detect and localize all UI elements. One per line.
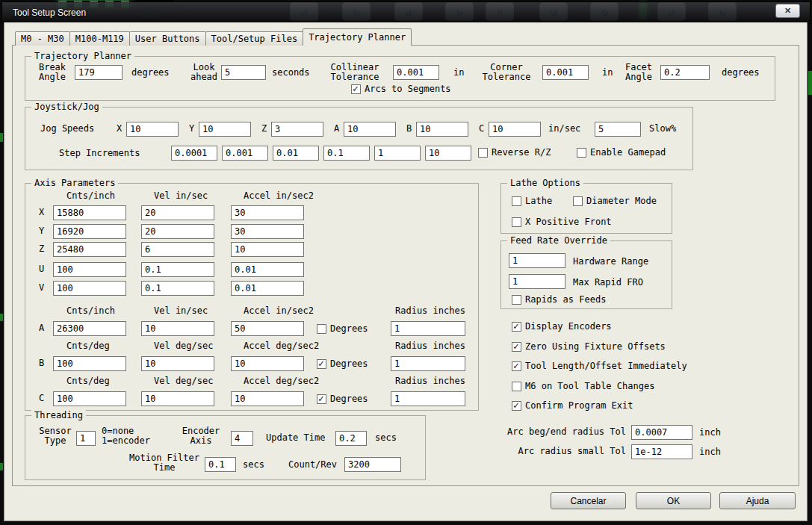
background-fragment — [0, 133, 3, 142]
axis-v-accel-input[interactable] — [231, 281, 304, 296]
window-titlebar[interactable]: Tool Setup Screen — [1, 1, 811, 22]
step-increments-label: Step Increments — [59, 149, 140, 158]
update-time-input[interactable] — [335, 431, 367, 446]
jog-speed-a-input[interactable] — [344, 122, 396, 137]
axis-a-cnts-input[interactable] — [53, 321, 126, 336]
tab-tool-setup-files[interactable]: Tool/Setup Files — [205, 31, 304, 46]
axis-b-degrees-checkbox[interactable]: Degrees — [317, 358, 368, 369]
zero-using-fixture-offsets-checkbox[interactable]: Zero Using Fixture Offsets — [512, 341, 666, 352]
axis-b-accel-input[interactable] — [231, 356, 304, 371]
step-increment-2-input[interactable] — [222, 146, 268, 161]
sensor-type-input[interactable] — [76, 431, 96, 446]
cancel-button[interactable]: Cancelar — [551, 492, 626, 509]
arcs-to-segments-checkbox[interactable]: Arcs to Segments — [351, 84, 451, 94]
axis-a-degrees-checkbox[interactable]: Degrees — [317, 323, 368, 334]
axis-y-cnts-input[interactable] — [53, 224, 126, 239]
jog-speed-z-input[interactable] — [271, 122, 323, 137]
look-ahead-label: Look ahead — [187, 63, 221, 82]
background-fragment — [808, 71, 812, 95]
axis-parameters-group: Axis Parameters Cnts/inch Vel in/sec Acc… — [25, 183, 479, 411]
jog-speed-c-input[interactable] — [489, 122, 541, 137]
axis-z-accel-input[interactable] — [231, 242, 304, 257]
axis-a-accel-input[interactable] — [231, 321, 304, 336]
axis-c-accel-input[interactable] — [231, 391, 304, 406]
threading-group: Threading Sensor Type 0=none 1=encoder E… — [25, 415, 426, 480]
background-fragment — [0, 463, 3, 470]
tab-m0-m30[interactable]: M0 - M30 — [15, 31, 70, 46]
axis-x-vel-input[interactable] — [141, 205, 214, 220]
axis-v-vel-input[interactable] — [141, 281, 214, 296]
rapids-as-feeds-checkbox[interactable]: Rapids as Feeds — [512, 294, 606, 305]
jog-speed-y-input[interactable] — [199, 122, 251, 137]
confirm-program-exit-checkbox[interactable]: Confirm Program Exit — [512, 400, 633, 411]
axis-b-vel-input[interactable] — [141, 356, 214, 371]
break-angle-input[interactable] — [75, 65, 123, 80]
axis-y-label: Y — [39, 226, 44, 236]
ok-button[interactable]: OK — [636, 492, 711, 509]
arc-beg-end-radius-tol-unit: inch — [699, 428, 721, 438]
axis-b-cnts-input[interactable] — [53, 356, 126, 371]
jog-slow-percent-input[interactable] — [595, 122, 641, 137]
axis-b-radius-header: Radius inches — [395, 341, 465, 351]
display-encoders-checkbox[interactable]: Display Encoders — [512, 321, 612, 332]
collinear-tolerance-input[interactable] — [393, 65, 439, 80]
axis-c-vel-input[interactable] — [141, 391, 214, 406]
feed-rate-override-group: Feed Rate Override Hardware Range Max Ra… — [500, 240, 672, 309]
axis-b-radius-input[interactable] — [391, 356, 465, 371]
step-increment-5-input[interactable] — [374, 146, 421, 161]
facet-angle-unit: degrees — [722, 68, 760, 78]
axis-z-cnts-input[interactable] — [53, 242, 126, 257]
axis-a-radius-input[interactable] — [391, 321, 465, 336]
rapids-as-feeds-label: Rapids as Feeds — [525, 294, 606, 305]
axis-b-cnts-header: Cnts/deg — [66, 341, 110, 351]
arc-radius-small-tol-input[interactable] — [631, 444, 692, 459]
hardware-range-input[interactable] — [509, 253, 565, 268]
lathe-label: Lathe — [525, 196, 552, 206]
axis-b-vel-header: Vel deg/sec — [154, 341, 213, 351]
facet-angle-input[interactable] — [660, 65, 710, 80]
tab-user-buttons[interactable]: User Buttons — [129, 31, 206, 46]
axis-u-vel-input[interactable] — [141, 262, 214, 277]
checkbox-box — [317, 394, 326, 404]
step-increment-6-input[interactable] — [425, 146, 471, 161]
jog-speed-b-input[interactable] — [416, 122, 468, 137]
help-button[interactable]: Ajuda — [719, 492, 796, 509]
corner-tolerance-input[interactable] — [542, 65, 589, 80]
tab-trajectory-planner[interactable]: Trajectory Planner — [303, 28, 412, 46]
step-increment-3-input[interactable] — [273, 146, 319, 161]
tab-m100-m119[interactable]: M100-M119 — [69, 31, 130, 46]
step-increment-1-input[interactable] — [171, 146, 217, 161]
jog-axis-z-label: Z — [261, 124, 267, 134]
axis-c-radius-input[interactable] — [391, 391, 465, 406]
axis-a-radius-header: Radius inches — [395, 306, 465, 316]
arc-beg-end-radius-tol-input[interactable] — [631, 425, 692, 440]
step-increment-4-input[interactable] — [323, 146, 370, 161]
jog-speed-x-input[interactable] — [126, 122, 179, 137]
axis-x-cnts-input[interactable] — [53, 205, 126, 220]
axis-u-cnts-input[interactable] — [53, 262, 126, 277]
lathe-checkbox[interactable]: Lathe — [512, 196, 552, 206]
motion-filter-time-input[interactable] — [205, 457, 236, 472]
axis-u-accel-input[interactable] — [231, 262, 304, 277]
axis-v-cnts-input[interactable] — [53, 281, 126, 296]
window-title: Tool Setup Screen — [13, 7, 86, 18]
window-close-button[interactable]: ✕ — [775, 4, 800, 18]
enable-gamepad-checkbox[interactable]: Enable Gamepad — [577, 147, 666, 158]
reverse-rz-checkbox[interactable]: Reverse R/Z — [478, 147, 551, 158]
axis-y-accel-input[interactable] — [231, 224, 304, 239]
count-per-rev-input[interactable] — [344, 457, 401, 472]
look-ahead-input[interactable] — [221, 65, 266, 80]
x-positive-front-checkbox[interactable]: X Positive Front — [512, 217, 612, 227]
axis-c-cnts-input[interactable] — [53, 391, 126, 406]
axis-z-vel-input[interactable] — [141, 242, 214, 257]
axis-c-degrees-checkbox[interactable]: Degrees — [317, 394, 368, 404]
axis-y-vel-input[interactable] — [141, 224, 214, 239]
tool-length-offset-immediately-checkbox[interactable]: Tool Length/Offset Immediately — [512, 361, 687, 371]
m6-on-tool-table-changes-checkbox[interactable]: M6 on Tool Table Changes — [512, 381, 654, 391]
lathe-options-group: Lathe Options Lathe Diameter Mode X Posi… — [500, 183, 672, 234]
encoder-axis-input[interactable] — [231, 431, 253, 446]
diameter-mode-checkbox[interactable]: Diameter Mode — [573, 196, 657, 206]
axis-x-accel-input[interactable] — [231, 205, 304, 220]
axis-a-vel-input[interactable] — [141, 321, 214, 336]
max-rapid-fro-input[interactable] — [509, 274, 565, 289]
